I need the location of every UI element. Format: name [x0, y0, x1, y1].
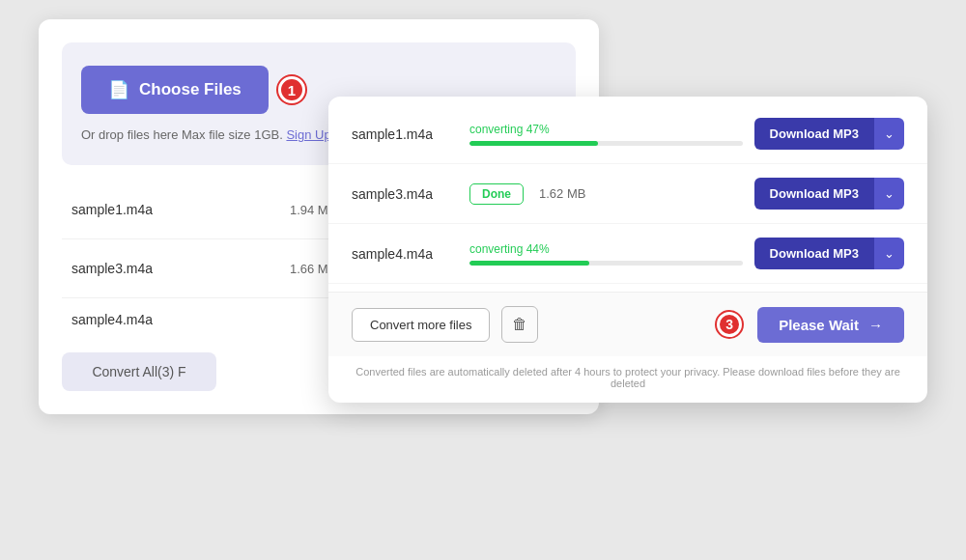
choose-files-label: Choose Files [139, 80, 242, 99]
progress-bar-fill [469, 261, 589, 266]
convert-more-button[interactable]: Convert more files [352, 308, 490, 342]
conv-status-area: converting 47% [469, 123, 743, 146]
trash-icon: 🗑 [512, 316, 527, 333]
drop-text-main: Or drop files here Max file size 1GB. [81, 127, 283, 142]
download-chevron-button[interactable]: ⌄ [874, 178, 904, 210]
download-btn-group: Download MP3 ⌄ [754, 118, 904, 150]
footer-right: 3 Please Wait → [550, 307, 904, 343]
done-size: 1.62 MB [539, 186, 585, 201]
download-chevron-button[interactable]: ⌄ [874, 118, 904, 150]
file-icon: 📄 [108, 79, 129, 100]
signup-link[interactable]: Sign Up [286, 127, 330, 142]
conversion-results-card: sample1.m4a converting 47% Download MP3 … [328, 97, 927, 403]
card-footer: Convert more files 🗑 3 Please Wait → [328, 292, 927, 356]
step-badge-3: 3 [717, 312, 742, 337]
conversion-row: sample1.m4a converting 47% Download MP3 … [328, 104, 927, 164]
progress-bar-fill [469, 141, 598, 146]
conv-status-area: converting 44% [469, 242, 743, 266]
convert-all-button[interactable]: Convert All(3) F [62, 352, 216, 391]
progress-bar-bg [469, 141, 743, 146]
file-name: sample3.m4a [62, 261, 267, 276]
done-badge: Done [469, 183, 524, 205]
download-mp3-button[interactable]: Download MP3 [754, 118, 874, 150]
choose-files-button[interactable]: 📄 Choose Files [81, 66, 269, 114]
arrow-icon: → [868, 317, 883, 333]
conversion-list: sample1.m4a converting 47% Download MP3 … [328, 97, 927, 292]
privacy-note: Converted files are automatically delete… [328, 356, 927, 403]
please-wait-button[interactable]: Please Wait → [757, 307, 904, 343]
download-chevron-button[interactable]: ⌄ [874, 238, 904, 269]
please-wait-label: Please Wait [779, 317, 859, 333]
trash-button[interactable]: 🗑 [501, 306, 538, 343]
download-mp3-button[interactable]: Download MP3 [754, 178, 874, 210]
conv-file-name: sample1.m4a [352, 126, 458, 142]
progress-bar-bg [469, 261, 743, 266]
download-btn-group: Download MP3 ⌄ [754, 178, 904, 210]
conversion-row: sample3.m4a Done 1.62 MB Download MP3 ⌄ [328, 164, 927, 224]
converting-label: converting 44% [469, 242, 743, 256]
download-mp3-button[interactable]: Download MP3 [754, 238, 874, 269]
file-name: sample1.m4a [62, 202, 267, 217]
download-btn-group: Download MP3 ⌄ [754, 238, 904, 269]
converting-label: converting 47% [469, 123, 743, 136]
conv-file-name: sample3.m4a [352, 186, 458, 202]
conversion-row: sample4.m4a converting 44% Download MP3 … [328, 224, 927, 284]
conv-file-name: sample4.m4a [352, 246, 458, 262]
step-badge-1: 1 [278, 76, 305, 103]
conv-status-area: Done 1.62 MB [469, 183, 743, 205]
